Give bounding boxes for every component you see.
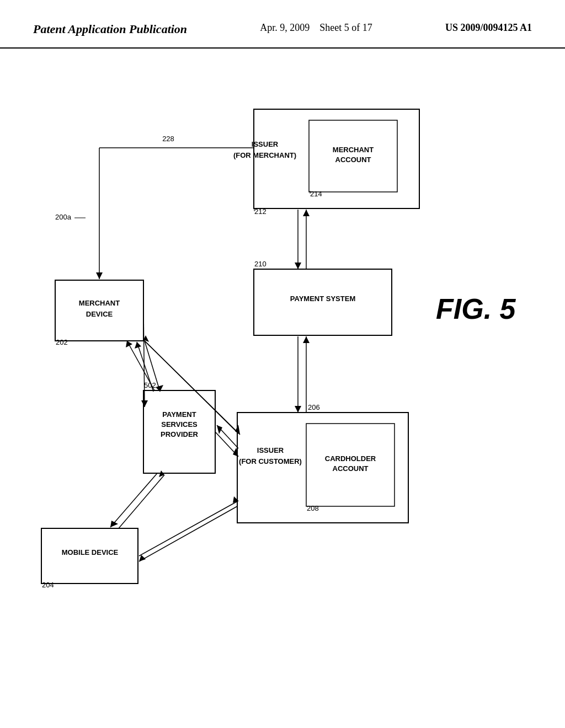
svg-text:FIG. 5: FIG. 5 bbox=[436, 293, 516, 325]
svg-line-60 bbox=[110, 473, 157, 527]
page-header: Patent Application Publication Apr. 9, 2… bbox=[0, 0, 565, 49]
svg-text:ACCOUNT: ACCOUNT bbox=[333, 464, 369, 473]
svg-marker-59 bbox=[217, 425, 222, 434]
svg-text:(FOR MERCHANT): (FOR MERCHANT) bbox=[233, 151, 296, 159]
svg-text:SERVICES: SERVICES bbox=[161, 420, 198, 429]
svg-text:200a: 200a bbox=[55, 213, 72, 221]
svg-text:208: 208 bbox=[307, 504, 319, 512]
svg-marker-13 bbox=[303, 210, 310, 216]
svg-text:ACCOUNT: ACCOUNT bbox=[335, 156, 371, 164]
svg-marker-11 bbox=[295, 263, 301, 269]
header-center: Apr. 9, 2009 Sheet 5 of 17 bbox=[260, 22, 372, 34]
svg-text:MOBILE DEVICE: MOBILE DEVICE bbox=[62, 548, 119, 556]
svg-marker-61 bbox=[110, 521, 118, 527]
svg-line-62 bbox=[119, 475, 164, 528]
svg-text:214: 214 bbox=[310, 190, 322, 198]
svg-text:PROVIDER: PROVIDER bbox=[161, 430, 199, 438]
svg-text:PAYMENT: PAYMENT bbox=[162, 410, 196, 419]
patent-number: US 2009/0094125 A1 bbox=[445, 22, 532, 34]
svg-line-64 bbox=[139, 501, 238, 556]
svg-text:(FOR CUSTOMER): (FOR CUSTOMER) bbox=[239, 457, 302, 465]
svg-text:228: 228 bbox=[162, 135, 174, 143]
svg-text:ISSUER: ISSUER bbox=[257, 446, 284, 454]
svg-text:206: 206 bbox=[308, 403, 320, 411]
svg-text:PAYMENT SYSTEM: PAYMENT SYSTEM bbox=[290, 295, 355, 303]
patent-diagram: ISSUER (FOR MERCHANT) MERCHANT ACCOUNT 2… bbox=[0, 49, 565, 721]
svg-line-66 bbox=[139, 506, 237, 561]
svg-marker-51 bbox=[126, 341, 132, 347]
svg-text:DEVICE: DEVICE bbox=[86, 310, 113, 318]
svg-text:202: 202 bbox=[56, 338, 68, 346]
publication-title: Patent Application Publication bbox=[33, 22, 187, 36]
svg-text:210: 210 bbox=[254, 260, 266, 268]
svg-text:MERCHANT: MERCHANT bbox=[79, 299, 120, 307]
svg-text:MERCHANT: MERCHANT bbox=[333, 146, 374, 154]
sheet-info: Sheet 5 of 17 bbox=[319, 22, 372, 33]
svg-marker-21 bbox=[303, 336, 310, 343]
diagram-area: ISSUER (FOR MERCHANT) MERCHANT ACCOUNT 2… bbox=[0, 49, 565, 721]
svg-marker-55 bbox=[135, 342, 141, 349]
publication-date: Apr. 9, 2009 bbox=[260, 22, 310, 33]
svg-text:212: 212 bbox=[254, 207, 266, 216]
svg-text:204: 204 bbox=[42, 581, 54, 589]
svg-marker-49 bbox=[141, 400, 148, 407]
svg-marker-43 bbox=[96, 272, 103, 279]
svg-marker-19 bbox=[295, 406, 301, 413]
svg-text:ISSUER: ISSUER bbox=[252, 140, 279, 148]
svg-text:CARDHOLDER: CARDHOLDER bbox=[325, 454, 376, 463]
